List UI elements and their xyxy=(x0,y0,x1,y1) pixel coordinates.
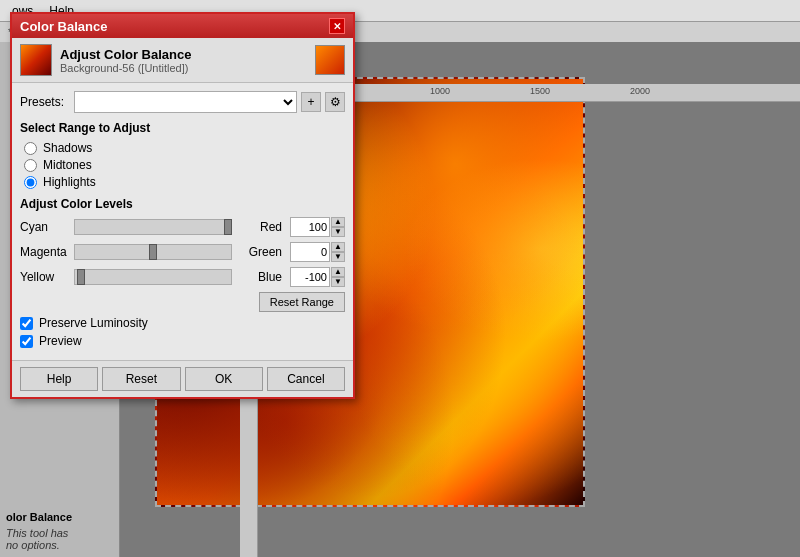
help-button[interactable]: Help xyxy=(20,367,98,391)
dialog-header-text: Adjust Color Balance Background-56 ([Unt… xyxy=(60,47,191,74)
dialog-title: Color Balance xyxy=(20,19,107,34)
dialog-body: Presets: + ⚙ Select Range to Adjust Shad… xyxy=(12,83,353,360)
blue-label: Blue xyxy=(236,270,286,284)
dialog-header: Adjust Color Balance Background-56 ([Unt… xyxy=(12,38,353,83)
ruler-label-2000: 2000 xyxy=(630,86,650,96)
ruler-label-1500: 1500 xyxy=(530,86,550,96)
preview-row[interactable]: Preview xyxy=(20,334,345,348)
color-balance-dialog: Color Balance ✕ Adjust Color Balance Bac… xyxy=(10,12,355,399)
yellow-blue-row: Yellow Blue ▲ ▼ xyxy=(20,267,345,287)
red-spinner: ▲ ▼ xyxy=(331,217,345,237)
preview-checkbox[interactable] xyxy=(20,335,33,348)
red-label: Red xyxy=(236,220,286,234)
range-radio-group: Shadows Midtones Highlights xyxy=(20,141,345,189)
reset-range-button[interactable]: Reset Range xyxy=(259,292,345,312)
manage-presets-button[interactable]: ⚙ xyxy=(325,92,345,112)
midtones-label: Midtones xyxy=(43,158,92,172)
blue-spinner: ▲ ▼ xyxy=(331,267,345,287)
dialog-preview-thumbnail xyxy=(315,45,345,75)
dialog-header-icon xyxy=(20,44,52,76)
tool-options-panel: olor Balance This tool hasno options. xyxy=(0,505,119,557)
cyan-red-thumb[interactable] xyxy=(224,219,232,235)
blue-value-col: ▲ ▼ xyxy=(290,267,345,287)
midtones-radio[interactable] xyxy=(24,159,37,172)
presets-label: Presets: xyxy=(20,95,70,109)
sliders-section: Cyan Red ▲ ▼ Magenta xyxy=(20,217,345,287)
dialog-header-subtitle: Background-56 ([Untitled]) xyxy=(60,62,191,74)
select-range-title: Select Range to Adjust xyxy=(20,121,345,135)
yellow-blue-thumb[interactable] xyxy=(77,269,85,285)
magenta-green-thumb[interactable] xyxy=(149,244,157,260)
cyan-red-slider[interactable] xyxy=(74,219,232,235)
green-spinner-down[interactable]: ▼ xyxy=(331,252,345,262)
green-value-input[interactable] xyxy=(290,242,330,262)
red-spinner-down[interactable]: ▼ xyxy=(331,227,345,237)
yellow-blue-slider[interactable] xyxy=(74,269,232,285)
green-value-col: ▲ ▼ xyxy=(290,242,345,262)
ruler-label-1000: 1000 xyxy=(430,86,450,96)
add-preset-button[interactable]: + xyxy=(301,92,321,112)
cyan-label: Cyan xyxy=(20,220,70,234)
cyan-red-row: Cyan Red ▲ ▼ xyxy=(20,217,345,237)
red-spinner-up[interactable]: ▲ xyxy=(331,217,345,227)
magenta-green-slider[interactable] xyxy=(74,244,232,260)
shadows-radio[interactable] xyxy=(24,142,37,155)
reset-button[interactable]: Reset xyxy=(102,367,180,391)
presets-select[interactable] xyxy=(74,91,297,113)
preview-label: Preview xyxy=(39,334,82,348)
green-spinner-up[interactable]: ▲ xyxy=(331,242,345,252)
red-value-input[interactable] xyxy=(290,217,330,237)
highlights-label: Highlights xyxy=(43,175,96,189)
dialog-titlebar: Color Balance ✕ xyxy=(12,14,353,38)
midtones-radio-item[interactable]: Midtones xyxy=(24,158,345,172)
blue-spinner-down[interactable]: ▼ xyxy=(331,277,345,287)
blue-spinner-up[interactable]: ▲ xyxy=(331,267,345,277)
highlights-radio[interactable] xyxy=(24,176,37,189)
highlights-radio-item[interactable]: Highlights xyxy=(24,175,345,189)
blue-value-input[interactable] xyxy=(290,267,330,287)
green-label: Green xyxy=(236,245,286,259)
preserve-luminosity-checkbox[interactable] xyxy=(20,317,33,330)
shadows-radio-item[interactable]: Shadows xyxy=(24,141,345,155)
dialog-header-title: Adjust Color Balance xyxy=(60,47,191,62)
dialog-buttons: Help Reset OK Cancel xyxy=(12,360,353,397)
presets-row: Presets: + ⚙ xyxy=(20,91,345,113)
shadows-label: Shadows xyxy=(43,141,92,155)
preserve-luminosity-row[interactable]: Preserve Luminosity xyxy=(20,316,345,330)
yellow-label: Yellow xyxy=(20,270,70,284)
magenta-green-row: Magenta Green ▲ ▼ xyxy=(20,242,345,262)
adjust-color-title: Adjust Color Levels xyxy=(20,197,345,211)
tool-options-text: This tool hasno options. xyxy=(6,527,113,551)
magenta-label: Magenta xyxy=(20,245,70,259)
dialog-close-button[interactable]: ✕ xyxy=(329,18,345,34)
cancel-button[interactable]: Cancel xyxy=(267,367,345,391)
green-spinner: ▲ ▼ xyxy=(331,242,345,262)
tool-options-title: olor Balance xyxy=(6,511,113,523)
ok-button[interactable]: OK xyxy=(185,367,263,391)
red-value-col: ▲ ▼ xyxy=(290,217,345,237)
preserve-luminosity-label: Preserve Luminosity xyxy=(39,316,148,330)
